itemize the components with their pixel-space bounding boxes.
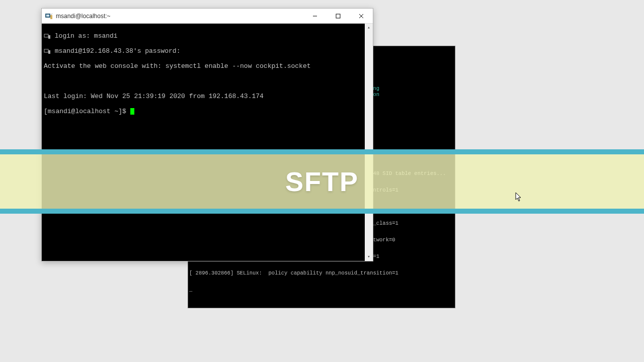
login-line: login as: msandi bbox=[55, 32, 118, 40]
svg-rect-9 bbox=[48, 35, 50, 39]
terminal-cursor bbox=[130, 108, 134, 115]
svg-rect-2 bbox=[50, 15, 52, 19]
banner-bottom-stripe bbox=[0, 209, 644, 214]
svg-rect-5 bbox=[336, 14, 340, 18]
title-bar[interactable]: msandi@localhost:~ bbox=[42, 9, 373, 24]
svg-rect-11 bbox=[48, 50, 50, 54]
shell-prompt: [msandi@localhost ~]$ bbox=[44, 108, 130, 115]
last-login-line: Last login: Wed Nov 25 21:39:19 2020 fro… bbox=[44, 93, 371, 100]
title-banner: SFTP bbox=[0, 149, 644, 214]
putty-icon bbox=[45, 12, 53, 20]
svg-rect-1 bbox=[46, 15, 49, 17]
svg-rect-10 bbox=[44, 49, 48, 52]
banner-title: SFTP bbox=[285, 166, 359, 197]
putty-glyph-icon bbox=[44, 48, 51, 54]
maximize-button[interactable] bbox=[327, 9, 350, 23]
scroll-down-icon[interactable]: ▾ bbox=[365, 253, 373, 261]
banner-top-stripe bbox=[0, 149, 644, 154]
activate-line: Activate the web console with: systemctl… bbox=[44, 62, 371, 70]
scrollbar[interactable]: ▴ ▾ bbox=[365, 24, 373, 261]
close-button[interactable] bbox=[350, 9, 373, 23]
mouse-cursor-icon bbox=[515, 192, 522, 202]
putty-glyph-icon bbox=[44, 33, 51, 39]
svg-rect-8 bbox=[44, 34, 48, 37]
terminal-area[interactable]: login as: msandi msandi@192.168.43.38's … bbox=[42, 24, 373, 261]
password-line: msandi@192.168.43.38's password: bbox=[55, 47, 181, 55]
window-title: msandi@localhost:~ bbox=[56, 13, 303, 20]
minimize-button[interactable] bbox=[303, 9, 327, 23]
putty-window[interactable]: msandi@localhost:~ login as: msandi msan… bbox=[41, 8, 373, 261]
svg-line-3 bbox=[51, 14, 52, 15]
vm-top-fragment: ng on bbox=[373, 85, 379, 98]
scroll-up-icon[interactable]: ▴ bbox=[365, 24, 373, 32]
